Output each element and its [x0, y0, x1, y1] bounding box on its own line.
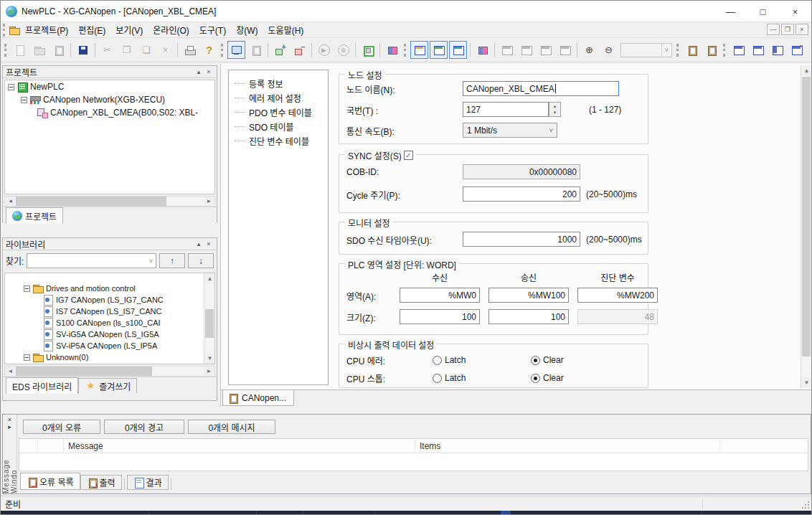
- sync-checkbox[interactable]: ✓: [404, 151, 413, 160]
- run-button[interactable]: ▶: [315, 41, 333, 59]
- spin-up-icon[interactable]: ▲: [549, 103, 560, 110]
- tab-favorites[interactable]: ★ 즐겨쓰기: [78, 378, 137, 393]
- mdi-restore-button[interactable]: ❐: [781, 24, 794, 35]
- panel-collapse-icon[interactable]: ▴: [194, 68, 204, 75]
- cycle-input[interactable]: 200: [463, 186, 580, 202]
- scroll-thumb[interactable]: [16, 367, 152, 376]
- print-button[interactable]: [181, 41, 199, 59]
- node-name-input[interactable]: CANopen_XBL_CMEA: [463, 81, 619, 96]
- items-col-header[interactable]: Items: [415, 439, 720, 453]
- menu-edit[interactable]: 편집(E): [73, 22, 110, 37]
- chevron-right-icon[interactable]: ▸: [8, 423, 11, 430]
- scroll-left-icon[interactable]: ◄: [5, 367, 16, 376]
- tree-item-newplc[interactable]: NewPLC: [5, 80, 214, 93]
- scroll-up-icon[interactable]: ▲: [204, 273, 215, 284]
- view-project-window-button[interactable]: [410, 41, 428, 59]
- toolbar-drag-handle[interactable]: [221, 44, 225, 57]
- close-all-windows-button[interactable]: ×: [788, 41, 806, 59]
- warnings-count-button[interactable]: 0개의 경고: [104, 420, 184, 434]
- delete-slave-button[interactable]: [291, 41, 308, 59]
- minimize-button[interactable]: —: [714, 1, 747, 22]
- zoom-out-button[interactable]: ⊖: [600, 41, 618, 59]
- zoom-in-button[interactable]: ⊕: [580, 41, 598, 59]
- mdi-minimize-button[interactable]: —: [767, 24, 780, 35]
- library-item-is7[interactable]: IS7 CANopen (LS_IS7_CANC: [5, 306, 214, 317]
- scroll-left-icon[interactable]: ◄: [5, 197, 16, 206]
- library-item-ig5a[interactable]: SV-iG5A CANopen (LS_IG5A: [5, 329, 214, 340]
- project-panel-tab[interactable]: 프로젝트: [6, 207, 63, 224]
- station-number-stepper[interactable]: ▲ ▼: [549, 102, 561, 117]
- connection-settings-button[interactable]: [247, 41, 265, 59]
- view-library-window-button[interactable]: [449, 41, 467, 59]
- area-diag-input[interactable]: %MW200: [577, 288, 658, 303]
- system-config-button[interactable]: [383, 41, 401, 59]
- area-send-input[interactable]: %MW100: [488, 288, 569, 303]
- monitor-button[interactable]: [359, 41, 377, 59]
- new-file-button[interactable]: [11, 41, 29, 59]
- open-from-plc-button[interactable]: [49, 41, 67, 59]
- copy-button[interactable]: ❐: [118, 41, 136, 59]
- delete-button[interactable]: ×: [156, 41, 174, 59]
- view-mode-1-button[interactable]: [498, 41, 516, 59]
- tile-vertical-button[interactable]: [768, 41, 786, 59]
- nav-error-control[interactable]: 에러 제어 설정: [229, 90, 328, 105]
- view-mode-3-button[interactable]: [537, 41, 554, 59]
- tree-item-canopen-network[interactable]: CANopen Network(XGB-XECU): [5, 93, 214, 106]
- nav-sdo-table[interactable]: SDO 테이블: [229, 119, 328, 133]
- tab-canopen-document[interactable]: CANopen...: [222, 390, 294, 406]
- scroll-thumb[interactable]: [16, 197, 166, 206]
- library-item-ip5a[interactable]: SV-iP5A CANopen (LS_IP5A: [5, 340, 214, 351]
- cpu-error-clear-radio[interactable]: [531, 356, 540, 365]
- menu-project[interactable]: 프로젝트(P): [20, 22, 73, 37]
- library-hscrollbar[interactable]: ◄ ►: [4, 366, 215, 377]
- messages-count-button[interactable]: 0개의 메시지: [188, 420, 275, 434]
- nav-registration-info[interactable]: 등록 정보: [229, 76, 328, 90]
- save-button[interactable]: [74, 41, 92, 59]
- station-number-input[interactable]: 127: [463, 102, 549, 117]
- tab-eds-library[interactable]: EDS 라이브러리: [6, 377, 78, 394]
- view-message-window-button[interactable]: [430, 41, 448, 59]
- size-send-input[interactable]: 100: [488, 309, 569, 324]
- view-mode-2-button[interactable]: [517, 41, 535, 59]
- scroll-thumb[interactable]: [802, 77, 811, 356]
- collapse-minus-icon[interactable]: [24, 285, 30, 292]
- import-eds-button[interactable]: [683, 41, 701, 59]
- tab-results[interactable]: 결과: [127, 475, 169, 490]
- toolbar-drag-handle[interactable]: [4, 44, 8, 57]
- menu-window[interactable]: 창(W): [231, 22, 263, 37]
- connect-button[interactable]: [227, 41, 245, 59]
- library-item-ig7[interactable]: IG7 CANopen (LS_IG7_CANC: [5, 294, 214, 306]
- form-vscrollbar[interactable]: ▲ ▼: [801, 65, 811, 388]
- collapse-minus-icon[interactable]: [8, 84, 14, 90]
- size-receive-input[interactable]: 100: [400, 309, 480, 324]
- open-project-button[interactable]: [30, 41, 48, 59]
- tab-output[interactable]: × 출력: [80, 475, 122, 490]
- zoom-select[interactable]: ˅: [620, 43, 672, 57]
- scroll-right-icon[interactable]: ►: [204, 367, 214, 376]
- resize-grip[interactable]: [801, 501, 810, 509]
- tab-error-list[interactable]: × 오류 목록: [20, 473, 80, 490]
- add-slave-button[interactable]: [271, 41, 289, 59]
- toolbar-drag-handle[interactable]: [676, 44, 680, 57]
- maximize-button[interactable]: □: [747, 1, 779, 22]
- menu-tools[interactable]: 도구(T): [194, 22, 231, 37]
- panel-close-icon[interactable]: ×: [204, 68, 214, 75]
- cpu-stop-latch-radio[interactable]: [433, 374, 442, 383]
- library-item-xbl-csea[interactable]: XBL-CSEA (XBL-CSEA_V10: [5, 363, 214, 364]
- nav-diag-table[interactable]: 진단 변수 테이블: [229, 133, 328, 148]
- errors-count-button[interactable]: 0개의 오류: [23, 420, 100, 434]
- menu-help[interactable]: 도움말(H): [263, 22, 309, 37]
- find-input[interactable]: ˅: [27, 253, 156, 268]
- project-hscrollbar[interactable]: ◄ ►: [4, 196, 215, 207]
- device-monitor-button[interactable]: [473, 41, 491, 59]
- cascade-windows-button[interactable]: [730, 41, 747, 59]
- toolbar-drag-handle[interactable]: [723, 44, 727, 57]
- tile-horizontal-button[interactable]: [749, 41, 767, 59]
- library-vscrollbar[interactable]: ▲ ▼: [204, 273, 214, 364]
- stop-button[interactable]: ⊗: [334, 41, 352, 59]
- sdo-timeout-input[interactable]: 1000: [463, 232, 580, 247]
- collapse-minus-icon[interactable]: [21, 97, 27, 103]
- scroll-down-icon[interactable]: ▼: [204, 353, 215, 364]
- find-up-button[interactable]: ↑: [159, 253, 185, 268]
- mdi-close-button[interactable]: ×: [796, 24, 808, 35]
